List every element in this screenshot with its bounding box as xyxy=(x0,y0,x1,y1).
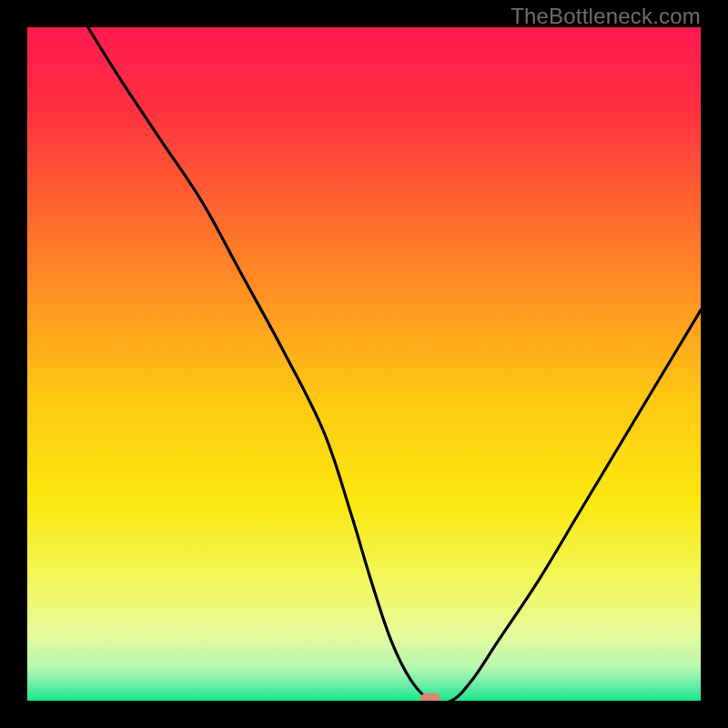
optimum-marker xyxy=(420,693,440,701)
watermark-text: TheBottleneck.com xyxy=(511,4,701,29)
plot-area xyxy=(27,27,701,701)
chart-frame: TheBottleneck.com xyxy=(0,0,728,728)
bottleneck-curve xyxy=(27,27,701,701)
